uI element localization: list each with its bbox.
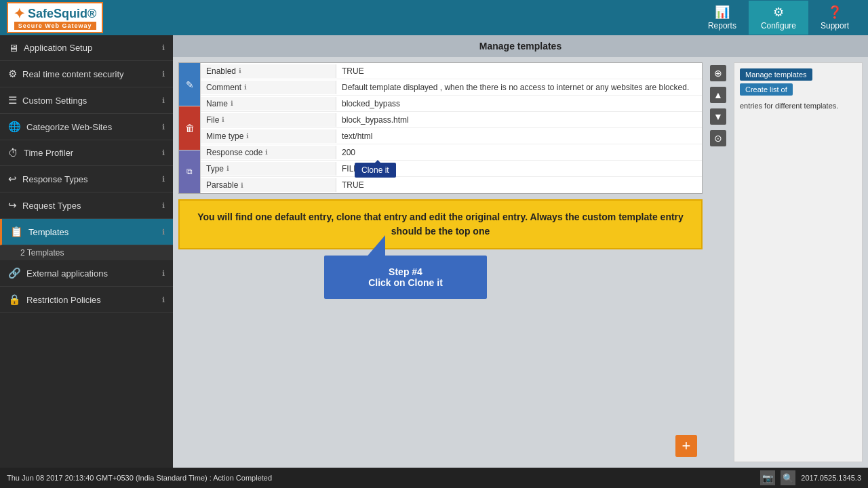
rpanel-tab-create[interactable]: Create list of [740,83,793,96]
rpanel-description: entries for different templates. [740,101,856,111]
info-icon-restriction-policies: ℹ [162,296,165,304]
external-applications-icon: 🔗 [8,267,21,279]
field-row-comment: Comment ℹ Default template displayed , w… [201,79,702,96]
scroll-up-button[interactable]: ▲ [710,87,726,103]
sidebar-item-external-applications[interactable]: 🔗 External applications ℹ [0,260,173,287]
field-info-parsable: ℹ [241,182,243,189]
categorize-icon: 🌐 [8,121,21,133]
field-row-parsable: Parsable ℹ TRUE [201,177,702,193]
add-entry-button[interactable]: + [675,435,697,457]
step-line2: Click on Clone it [340,277,471,288]
reports-button[interactable]: 📊 Reports [696,1,749,35]
status-text: Thu Jun 08 2017 20:13:40 GMT+0530 (India… [7,474,272,482]
sidebar-item-application-setup[interactable]: 🖥 Application Setup ℹ [0,35,173,61]
step-line1: Step #4 [340,266,471,277]
top-nav: ✦ SafeSquid® Secure Web Gateway 📊 Report… [0,0,868,35]
info-notice: You will find one default entry, clone t… [178,199,703,249]
sidebar-label-templates: Templates [28,227,68,237]
templates-count: 2 Templates [20,248,64,258]
scroll-down-button[interactable]: ▼ [710,108,726,125]
sidebar-item-templates[interactable]: 📋 Templates ℹ [0,219,173,245]
right-panel: Manage templates Create list of entries … [734,62,863,462]
right-controls: ⊕ ▲ ▼ ⊙ [708,62,728,462]
field-row-mime: Mime type ℹ text/html [201,128,702,144]
search-icon[interactable]: 🔍 [781,470,795,485]
sidebar-item-real-time[interactable]: ⚙ Real time content security ℹ [0,61,173,87]
configure-label: Configure [761,21,796,30]
clone-tooltip: Clone it [355,163,396,178]
delete-button[interactable]: 🗑 [179,106,200,150]
info-icon-real-time: ℹ [162,70,165,79]
templates-sub-item[interactable]: 2 Templates [0,245,173,260]
sidebar-item-time-profiler[interactable]: ⏱ Time Profiler ℹ [0,140,173,166]
field-value-comment: Default template displayed , when the th… [336,81,702,94]
info-icon-templates: ℹ [162,228,165,237]
info-icon-custom-settings: ℹ [162,96,165,105]
info-icon-time-profiler: ℹ [162,148,165,157]
status-bar: Thu Jun 08 2017 20:13:40 GMT+0530 (India… [0,468,868,488]
sidebar-label-real-time: Real time content security [22,69,124,79]
sidebar-item-custom-settings[interactable]: ☰ Custom Settings ℹ [0,87,173,114]
edit-button[interactable]: ✎ [179,63,200,106]
left-panel: ✎ 🗑 ⧉ Enabled ℹ TRUE [178,62,703,462]
field-row-name: Name ℹ blocked_bypass [201,96,702,112]
configure-button[interactable]: ⚙ Configure [749,1,808,35]
field-row-file: File ℹ block_bypass.html [201,112,702,128]
main-layout: 🖥 Application Setup ℹ ⚙ Real time conten… [0,35,868,468]
step-box: Step #4 Click on Clone it [324,256,487,299]
reports-label: Reports [708,21,736,30]
field-name-comment: Comment ℹ [201,81,336,94]
custom-settings-icon: ☰ [8,94,17,106]
sidebar-label-custom-settings: Custom Settings [22,96,87,106]
screenshot-icon[interactable]: 📷 [760,470,775,485]
content-inner: ✎ 🗑 ⧉ Enabled ℹ TRUE [173,57,868,468]
step-arrow [365,235,385,259]
sidebar-item-request-types[interactable]: ↪ Request Types ℹ [0,192,173,219]
table-row: ✎ 🗑 ⧉ Enabled ℹ TRUE [179,63,702,193]
scroll-top-button[interactable]: ⊕ [710,65,726,81]
sidebar-label-time-profiler: Time Profiler [24,148,73,158]
right-panel-tabs: Manage templates Create list of [740,68,856,96]
sidebar-item-restriction-policies[interactable]: 🔒 Restriction Policies ℹ [0,287,173,313]
sidebar-item-categorize[interactable]: 🌐 Categorize Web-Sites ℹ [0,114,173,140]
field-value-file: block_bypass.html [336,113,702,127]
clone-tooltip-text: Clone it [361,165,389,175]
file-label: File [206,115,219,125]
field-info-mime: ℹ [246,132,249,140]
scroll-bottom-button[interactable]: ⊙ [710,130,726,146]
table-action-buttons: ✎ 🗑 ⧉ [179,63,201,193]
field-value-response-code: 200 [336,146,702,159]
reports-icon: 📊 [715,5,730,20]
rpanel-tab-manage[interactable]: Manage templates [740,68,812,81]
field-name-file: File ℹ [201,113,336,127]
field-info-comment: ℹ [244,83,247,91]
field-name-name: Name ℹ [201,97,336,110]
field-info-response-code: ℹ [265,148,268,156]
field-name-response-code: Response code ℹ [201,146,336,159]
field-name-parsable: Parsable ℹ [201,178,336,192]
sidebar-label-application-setup: Application Setup [24,43,92,53]
field-name-enabled: Enabled ℹ [201,64,336,78]
logo-area: ✦ SafeSquid® Secure Web Gateway [7,2,696,33]
info-icon-categorize: ℹ [162,123,165,131]
sidebar-label-response-types: Response Types [22,174,88,184]
support-button[interactable]: ❓ Support [808,1,861,35]
logo-title: ✦ SafeSquid® [14,5,96,22]
time-profiler-icon: ⏱ [8,147,18,159]
templates-icon: 📋 [10,226,23,238]
sidebar-label-restriction-policies: Restriction Policies [26,295,101,305]
field-info-name: ℹ [231,100,233,107]
application-setup-icon: 🖥 [8,42,18,54]
page-title: Manage templates [479,41,561,52]
field-value-enabled: TRUE [336,64,702,78]
real-time-icon: ⚙ [8,68,17,80]
clone-button[interactable]: ⧉ [179,150,200,193]
field-name-mime: Mime type ℹ [201,129,336,143]
info-icon-response-types: ℹ [162,175,165,184]
field-value-parsable: TRUE [336,178,702,192]
field-row-type: Type ℹ FILE [201,161,702,177]
field-info-type: ℹ [226,165,229,172]
add-icon: + [682,437,691,455]
field-info-enabled: ℹ [239,67,241,75]
sidebar-item-response-types[interactable]: ↩ Response Types ℹ [0,166,173,192]
